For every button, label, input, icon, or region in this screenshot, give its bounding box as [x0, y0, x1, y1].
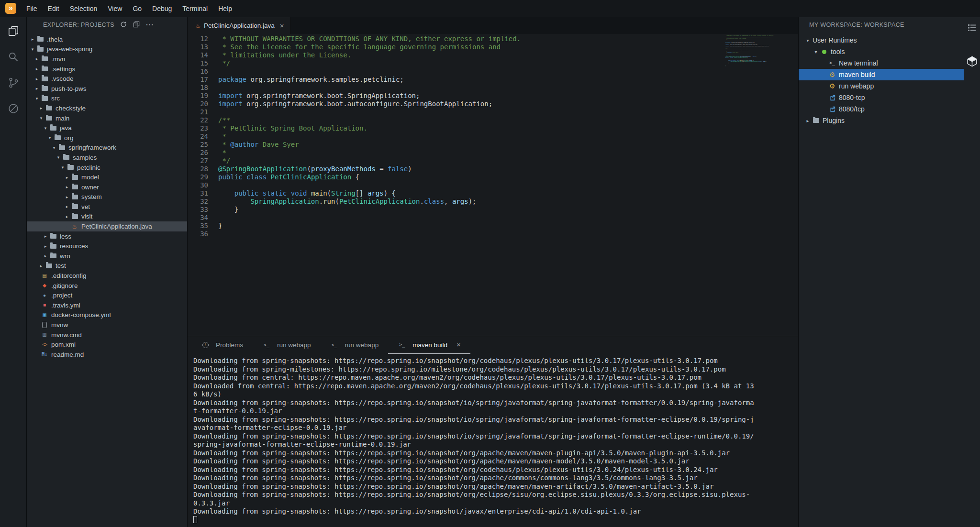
- chevron-right-icon[interactable]: ▸: [34, 56, 40, 61]
- chevron-right-icon[interactable]: ▸: [34, 86, 40, 91]
- code-line[interactable]: 18: [188, 84, 798, 92]
- tree-item[interactable]: ▸.settings: [27, 64, 187, 74]
- tree-item[interactable]: ▸less: [27, 231, 187, 242]
- chevron-down-icon[interactable]: ▾: [60, 165, 66, 170]
- tree-item[interactable]: ▸wro: [27, 251, 187, 261]
- code-line[interactable]: 31 public static void main(String[] args…: [188, 189, 798, 198]
- app-logo-icon[interactable]: »: [5, 3, 16, 14]
- code-line[interactable]: 27 */: [188, 157, 798, 165]
- code-line[interactable]: 34: [188, 214, 798, 222]
- tree-item[interactable]: mvnw: [27, 320, 187, 330]
- workspace-item-plugins[interactable]: ▸Plugins: [799, 115, 964, 126]
- tree-item[interactable]: ♨PetClinicApplication.java: [27, 221, 187, 231]
- menu-selection[interactable]: Selection: [65, 5, 103, 12]
- tree-item[interactable]: ▣docker-compose.yml: [27, 310, 187, 320]
- code-line[interactable]: 26 *: [188, 149, 798, 157]
- workspace-item-tools[interactable]: ▾tools: [799, 46, 964, 57]
- tree-item[interactable]: ▸system: [27, 192, 187, 202]
- code-line[interactable]: 20import org.springframework.boot.autoco…: [188, 100, 798, 108]
- panel-tab-problems[interactable]: !Problems: [191, 336, 253, 354]
- code-line[interactable]: 24 *: [188, 132, 798, 141]
- workspace-item-user-runtimes[interactable]: ▾User Runtimes: [799, 34, 964, 46]
- minimap[interactable]: * WITHOUT WARRANTIES OR CONDITIONS OF AN…: [725, 35, 784, 79]
- code-line[interactable]: 21: [188, 108, 798, 116]
- chevron-down-icon[interactable]: ▾: [43, 126, 48, 131]
- tree-item[interactable]: ▸.vscode: [27, 74, 187, 84]
- code-line[interactable]: 22/**: [188, 116, 798, 124]
- chevron-down-icon[interactable]: ▾: [813, 49, 819, 55]
- chevron-right-icon[interactable]: ▸: [804, 118, 811, 123]
- panel-tab-maven-build[interactable]: >_maven build×: [388, 336, 470, 354]
- chevron-down-icon[interactable]: ▾: [30, 47, 35, 52]
- tree-item[interactable]: ▸test: [27, 261, 187, 271]
- chevron-right-icon[interactable]: ▸: [43, 244, 48, 249]
- tree-item[interactable]: ▸push-to-pws: [27, 84, 187, 94]
- code-line[interactable]: 14 * limitations under the License.: [188, 51, 798, 59]
- editor-tab[interactable]: ♨ PetClinicApplication.java ×: [188, 17, 291, 34]
- cube-icon[interactable]: [966, 55, 978, 69]
- chevron-down-icon[interactable]: ▾: [51, 145, 57, 150]
- chevron-right-icon[interactable]: ▸: [43, 234, 48, 239]
- tree-item[interactable]: ▾petclinic: [27, 163, 187, 173]
- tree-item[interactable]: ▾java: [27, 123, 187, 133]
- terminal-output[interactable]: Downloading from spring-snapshots: https…: [188, 354, 798, 527]
- chevron-right-icon[interactable]: ▸: [43, 253, 48, 258]
- menu-go[interactable]: Go: [127, 5, 147, 12]
- code-line[interactable]: 12 * WITHOUT WARRANTIES OR CONDITIONS OF…: [188, 35, 798, 43]
- code-line[interactable]: 35}: [188, 222, 798, 230]
- code-editor[interactable]: 12 * WITHOUT WARRANTIES OR CONDITIONS OF…: [188, 34, 798, 336]
- tree-item[interactable]: <>pom.xml: [27, 340, 187, 350]
- tree-item[interactable]: ▸checkstyle: [27, 103, 187, 113]
- tree-item[interactable]: ■.travis.yml: [27, 300, 187, 310]
- code-line[interactable]: 19import org.springframework.boot.Spring…: [188, 92, 798, 100]
- tab-close-icon[interactable]: ×: [457, 341, 461, 348]
- panel-tab-run-webapp[interactable]: >_run webapp: [321, 336, 389, 354]
- tree-item[interactable]: ▸.mvn: [27, 54, 187, 64]
- chevron-right-icon[interactable]: ▸: [34, 66, 40, 71]
- chevron-right-icon[interactable]: ▸: [34, 77, 40, 81]
- chevron-right-icon[interactable]: ▸: [38, 264, 44, 268]
- chevron-right-icon[interactable]: ▸: [38, 106, 44, 110]
- chevron-right-icon[interactable]: ▸: [30, 37, 35, 42]
- code-line[interactable]: 29public class PetClinicApplication {: [188, 173, 798, 181]
- tree-item[interactable]: ▸resources: [27, 241, 187, 251]
- code-line[interactable]: 28@SpringBootApplication(proxyBeanMethod…: [188, 165, 798, 173]
- chevron-down-icon[interactable]: ▾: [804, 38, 811, 43]
- code-line[interactable]: 25 * @author Dave Syer: [188, 141, 798, 149]
- chevron-down-icon[interactable]: ▾: [47, 135, 53, 140]
- menu-edit[interactable]: Edit: [43, 5, 65, 12]
- tree-item[interactable]: ▤.editorconfig: [27, 271, 187, 281]
- tree-item[interactable]: ▸vet: [27, 202, 187, 212]
- code-line[interactable]: 33 }: [188, 206, 798, 214]
- tree-item[interactable]: ▥mvnw.cmd: [27, 330, 187, 340]
- workspace-item-run-webapp[interactable]: ⚙run webapp: [799, 80, 964, 92]
- refresh-button[interactable]: [120, 21, 127, 29]
- tree-item[interactable]: ▾main: [27, 113, 187, 123]
- tree-item[interactable]: ▾springframework: [27, 143, 187, 153]
- code-line[interactable]: 15 */: [188, 59, 798, 67]
- tree-item[interactable]: ▾java-web-spring: [27, 44, 187, 55]
- collapse-all-button[interactable]: [133, 21, 140, 29]
- chevron-down-icon[interactable]: ▾: [56, 155, 61, 160]
- tree-item[interactable]: ▸model: [27, 172, 187, 182]
- workspace-item-8080-tcp[interactable]: 8080/tcp: [799, 103, 964, 115]
- code-line[interactable]: 13 * See the License for the specific la…: [188, 43, 798, 51]
- tree-item[interactable]: ◆.gitignore: [27, 281, 187, 291]
- menu-help[interactable]: Help: [213, 5, 237, 12]
- menu-file[interactable]: File: [21, 5, 43, 12]
- tree-item[interactable]: M↓readme.md: [27, 350, 187, 360]
- chevron-down-icon[interactable]: ▾: [34, 96, 40, 101]
- panel-tab-run-webapp[interactable]: >_run webapp: [253, 336, 321, 354]
- list-icon[interactable]: [967, 23, 977, 33]
- tree-item[interactable]: ▾samples: [27, 153, 187, 163]
- plugins-icon[interactable]: [6, 101, 21, 116]
- tree-item[interactable]: ▾org: [27, 133, 187, 143]
- workspace-item-maven-build[interactable]: ⚙maven build: [799, 69, 964, 80]
- chevron-right-icon[interactable]: ▸: [64, 175, 70, 180]
- code-line[interactable]: 16: [188, 67, 798, 76]
- menu-debug[interactable]: Debug: [147, 5, 177, 12]
- files-icon[interactable]: [6, 24, 21, 38]
- tree-item[interactable]: ▾src: [27, 94, 187, 104]
- tree-item[interactable]: ▸.theia: [27, 34, 187, 44]
- tree-item[interactable]: ●.project: [27, 290, 187, 300]
